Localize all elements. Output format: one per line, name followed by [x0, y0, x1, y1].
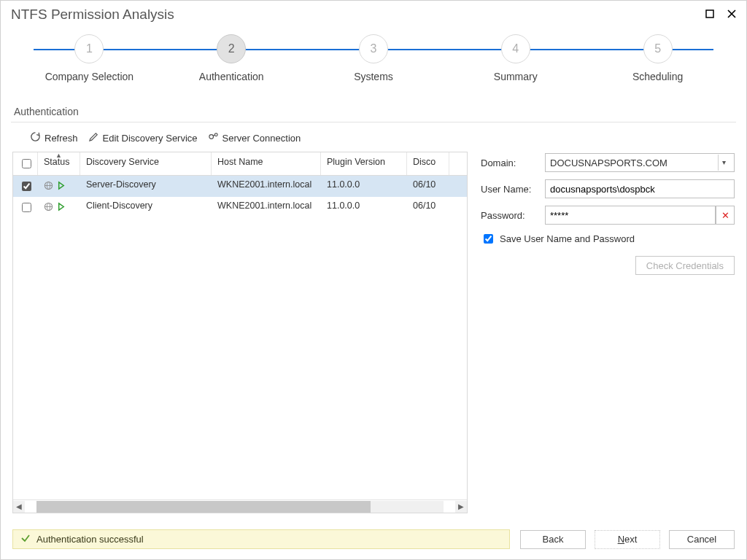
toolbar: Refresh Edit Discovery Service Server Co… [1, 128, 746, 147]
step-label: Systems [354, 71, 393, 82]
step-number: 2 [217, 34, 246, 63]
footer: Authentication successful Back Next Canc… [1, 522, 746, 559]
step-number: 3 [359, 34, 388, 63]
wizard-nav-buttons: Back Next Cancel [520, 530, 735, 549]
scroll-right-button[interactable]: ▶ [455, 501, 467, 513]
header-checkbox-cell [13, 152, 38, 175]
cell-plugin-version: 11.0.0.0 [321, 197, 407, 218]
status-bar: Authentication successful [12, 529, 510, 549]
scroll-thumb[interactable] [36, 501, 371, 513]
refresh-button[interactable]: Refresh [30, 131, 78, 144]
step-label: Summary [494, 71, 538, 82]
header-discovery-service[interactable]: Discovery Service [80, 152, 212, 175]
step-number: 5 [643, 34, 673, 63]
cell-discovery-service: Server-Discovery [80, 176, 212, 197]
svg-point-1 [209, 135, 213, 139]
domain-combobox[interactable]: DOCUSNAPSPORTS.COM ▾ [545, 153, 735, 172]
username-input[interactable] [545, 179, 735, 198]
next-button[interactable]: Next [595, 530, 660, 549]
check-credentials-button[interactable]: Check Credentials [635, 256, 735, 275]
table-header-row: ▲Status Discovery Service Host Name Plug… [13, 152, 467, 176]
step-authentication[interactable]: 2 Authentication [160, 34, 303, 82]
cell-disco: 06/10 [407, 197, 449, 218]
cell-host-name: WKNE2001.intern.local [212, 176, 321, 197]
step-company-selection[interactable]: 1 Company Selection [18, 34, 160, 82]
cell-plugin-version: 11.0.0.0 [321, 176, 407, 197]
titlebar-controls [703, 8, 739, 22]
domain-label: Domain: [481, 158, 538, 168]
header-discovery-truncated[interactable]: Disco [407, 152, 449, 175]
check-icon [20, 533, 31, 545]
step-number: 1 [74, 34, 104, 63]
x-icon: ✕ [721, 210, 729, 221]
back-button[interactable]: Back [520, 530, 586, 549]
globe-icon [44, 202, 53, 214]
window-title: NTFS Permission Analysis [11, 7, 174, 23]
step-label: Authentication [199, 71, 264, 82]
credentials-form: Domain: DOCUSNAPSPORTS.COM ▾ User Name: … [481, 152, 735, 513]
step-systems[interactable]: 3 Systems [303, 34, 445, 82]
play-icon [56, 202, 66, 214]
domain-value: DOCUSNAPSPORTS.COM [550, 158, 667, 168]
section-divider [11, 122, 736, 122]
header-status[interactable]: ▲Status [38, 152, 80, 175]
password-label: Password: [481, 210, 538, 221]
refresh-icon [30, 131, 41, 144]
maximize-icon[interactable] [703, 8, 717, 22]
chevron-down-icon[interactable]: ▾ [718, 155, 729, 171]
refresh-label: Refresh [44, 133, 78, 144]
cancel-button[interactable]: Cancel [669, 530, 735, 549]
wizard-stepper: 1 Company Selection 2 Authentication 3 S… [1, 27, 746, 93]
status-text: Authentication successful [36, 534, 144, 545]
close-icon[interactable] [724, 8, 739, 22]
titlebar: NTFS Permission Analysis [1, 1, 746, 27]
row-checkbox[interactable] [22, 203, 31, 212]
header-host-name[interactable]: Host Name [212, 152, 321, 175]
header-plugin-version[interactable]: Plugin Version [321, 152, 407, 175]
select-all-checkbox[interactable] [22, 159, 31, 168]
password-input[interactable] [545, 206, 716, 225]
cell-disco: 06/10 [407, 176, 449, 197]
server-connection-label: Server Connection [222, 133, 301, 144]
pencil-icon [88, 131, 99, 144]
step-label: Scheduling [632, 71, 683, 82]
step-label: Company Selection [45, 71, 133, 82]
cell-discovery-service: Client-Discovery [80, 197, 212, 218]
edit-discovery-label: Edit Discovery Service [103, 133, 198, 144]
scroll-track[interactable] [36, 501, 444, 513]
row-checkbox[interactable] [22, 182, 31, 191]
wizard-window: NTFS Permission Analysis 1 Company Selec… [0, 0, 747, 560]
clear-password-button[interactable]: ✕ [716, 206, 735, 225]
step-scheduling[interactable]: 5 Scheduling [587, 34, 729, 82]
server-connection-button[interactable]: Server Connection [208, 131, 301, 144]
cell-host-name: WKNE2001.intern.local [212, 197, 321, 218]
globe-icon [44, 181, 53, 192]
horizontal-scrollbar[interactable]: ◀ ▶ [13, 499, 467, 513]
step-summary[interactable]: 4 Summary [444, 34, 587, 82]
row-status-cell [38, 176, 80, 197]
edit-discovery-button[interactable]: Edit Discovery Service [88, 131, 198, 144]
play-icon [56, 181, 66, 192]
svg-point-2 [214, 133, 217, 136]
svg-rect-0 [706, 10, 713, 18]
table-row[interactable]: Client-Discovery WKNE2001.intern.local 1… [13, 197, 467, 218]
username-label: User Name: [481, 184, 538, 195]
scroll-left-button[interactable]: ◀ [13, 501, 25, 513]
section-title: Authentication [14, 106, 733, 117]
row-status-cell [38, 197, 80, 218]
discovery-services-table: ▲Status Discovery Service Host Name Plug… [12, 152, 468, 513]
table-row[interactable]: Server-Discovery WKNE2001.intern.local 1… [13, 176, 467, 197]
connection-icon [208, 131, 219, 144]
save-credentials-label: Save User Name and Password [500, 233, 635, 244]
save-credentials-checkbox[interactable] [484, 234, 493, 244]
step-number: 4 [501, 34, 530, 63]
